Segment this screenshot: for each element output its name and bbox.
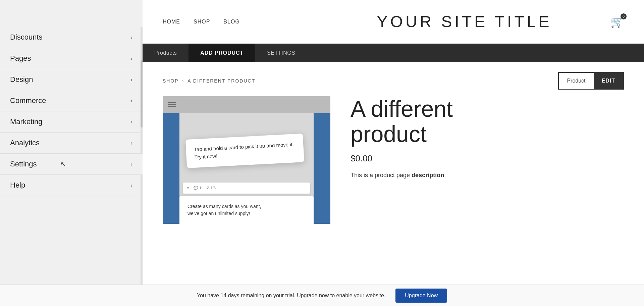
product-description: This is a product page description.	[351, 170, 624, 180]
nav-shop[interactable]: SHOP	[194, 19, 210, 25]
sidebar-item-pages[interactable]: Pages ›	[0, 48, 143, 69]
upgrade-now-button[interactable]: Upgrade Now	[395, 289, 447, 303]
card-container: Tap and hold a card to pick it up and mo…	[179, 120, 314, 194]
page-content: SHOP › A DIFFERENT PRODUCT Product EDIT	[143, 62, 644, 306]
sidebar-item-marketing[interactable]: Marketing ›	[0, 111, 143, 133]
chevron-right-icon: ›	[130, 55, 132, 62]
chevron-right-icon: ›	[130, 140, 132, 147]
nav-home[interactable]: HOME	[163, 19, 180, 25]
edit-btn-edit-label: EDIT	[594, 73, 623, 89]
sidebar-item-help[interactable]: Help ›	[0, 175, 143, 196]
product-title: A different product	[351, 96, 624, 147]
mockup-header	[163, 96, 330, 113]
sidebar: Discounts › Pages › Design › Commerce › …	[0, 0, 143, 306]
product-price: $0.00	[351, 153, 624, 164]
breadcrumb-shop[interactable]: SHOP	[163, 78, 179, 84]
product-section: Tap and hold a card to pick it up and mo…	[143, 96, 644, 237]
upgrade-banner: You have 14 days remaining on your trial…	[0, 285, 644, 306]
blue-right-panel	[314, 113, 330, 224]
hamburger-icon	[168, 102, 176, 107]
task-card: ≡ 💬 1 ☑ 1/3	[183, 183, 310, 194]
sidebar-item-settings[interactable]: Settings › ↖	[0, 154, 143, 175]
card-list-icon: ≡	[187, 186, 189, 190]
product-image: Tap and hold a card to pick it up and mo…	[163, 96, 330, 224]
card-checklist: ☑ 1/3	[206, 186, 216, 190]
menu-line	[168, 102, 176, 103]
tooltip-card: Tap and hold a card to pick it up and mo…	[185, 134, 304, 168]
chevron-right-icon: ›	[130, 161, 132, 168]
sidebar-item-discounts[interactable]: Discounts ›	[0, 27, 143, 48]
chevron-right-icon: ›	[130, 34, 132, 41]
chevron-right-icon: ›	[130, 182, 132, 189]
app-mockup: Tap and hold a card to pick it up and mo…	[163, 96, 330, 224]
product-info: A different product $0.00 This is a prod…	[351, 96, 624, 224]
nav-blog[interactable]: BLOG	[223, 19, 239, 25]
bottom-card: Create as many cards as you want, we've …	[179, 196, 314, 224]
site-title: YOUR SITE TITLE	[377, 12, 552, 31]
breadcrumb-separator: ›	[182, 78, 184, 84]
sidebar-item-analytics[interactable]: Analytics ›	[0, 133, 143, 154]
tooltip-text: Tap and hold a card to pick it up and mo…	[194, 141, 294, 160]
breadcrumb-current: A DIFFERENT PRODUCT	[187, 78, 255, 84]
edit-btn-product-label: Product	[559, 73, 593, 89]
top-navigation: HOME SHOP BLOG YOUR SITE TITLE 🛒 0	[143, 0, 644, 44]
card-meta: ≡ 💬 1 ☑ 1/3	[187, 186, 306, 190]
nav-links: HOME SHOP BLOG	[163, 19, 240, 25]
cursor: ↖	[60, 160, 66, 168]
blue-left-panel	[163, 113, 179, 224]
chevron-right-icon: ›	[130, 118, 132, 125]
tab-add-product[interactable]: ADD PRODUCT	[189, 44, 255, 62]
upgrade-banner-text: You have 14 days remaining on your trial…	[197, 293, 385, 299]
cart-badge: 0	[621, 13, 627, 19]
tab-products[interactable]: Products	[143, 44, 189, 62]
tab-settings[interactable]: SETTINGS	[255, 44, 307, 62]
sidebar-item-design[interactable]: Design ›	[0, 69, 143, 90]
chevron-right-icon: ›	[130, 97, 132, 104]
mockup-body: Tap and hold a card to pick it up and mo…	[163, 113, 330, 224]
menu-line	[168, 104, 176, 105]
breadcrumb-bar: SHOP › A DIFFERENT PRODUCT Product EDIT	[143, 62, 644, 96]
product-edit-button[interactable]: Product EDIT	[558, 72, 624, 90]
cart-button[interactable]: 🛒 0	[610, 15, 624, 28]
menu-line	[168, 106, 176, 107]
card-comment-count: 💬 1	[194, 186, 201, 190]
sidebar-scrollbar-thumb[interactable]	[141, 60, 143, 128]
bottom-card-text: Create as many cards as you want, we've …	[187, 203, 306, 217]
sidebar-item-commerce[interactable]: Commerce ›	[0, 90, 143, 111]
main-content: HOME SHOP BLOG YOUR SITE TITLE 🛒 0 Produ…	[143, 0, 644, 306]
admin-tab-bar: Products ADD PRODUCT SETTINGS	[143, 44, 644, 62]
breadcrumb: SHOP › A DIFFERENT PRODUCT	[163, 78, 255, 84]
chevron-right-icon: ›	[130, 76, 132, 83]
